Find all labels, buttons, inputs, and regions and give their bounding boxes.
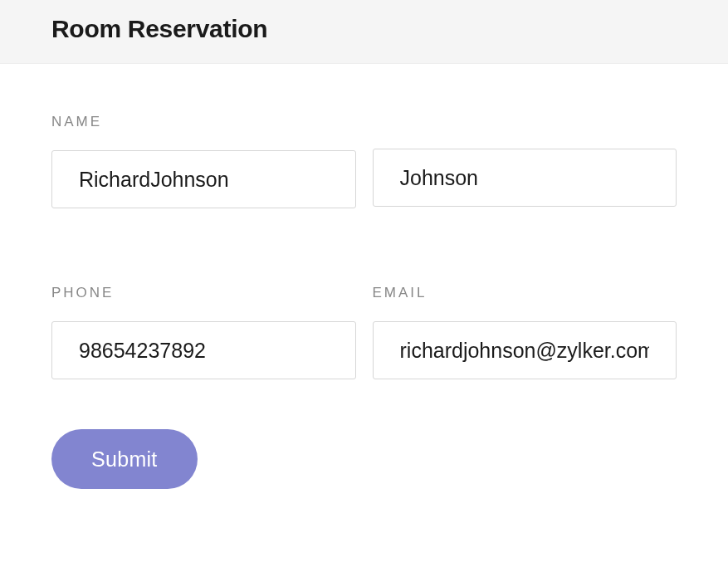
- email-input[interactable]: [373, 321, 677, 379]
- last-name-input[interactable]: [373, 149, 677, 207]
- spacer: [373, 114, 677, 149]
- name-label: NAME: [51, 114, 356, 130]
- page-title: Room Reservation: [51, 15, 677, 43]
- phone-input[interactable]: [51, 321, 356, 379]
- reservation-form: NAME PHONE EMAIL Submit: [0, 64, 728, 522]
- first-name-input[interactable]: [51, 150, 356, 208]
- email-label: EMAIL: [373, 285, 677, 301]
- page-header: Room Reservation: [0, 0, 728, 64]
- phone-label: PHONE: [51, 285, 356, 301]
- submit-button[interactable]: Submit: [51, 429, 198, 489]
